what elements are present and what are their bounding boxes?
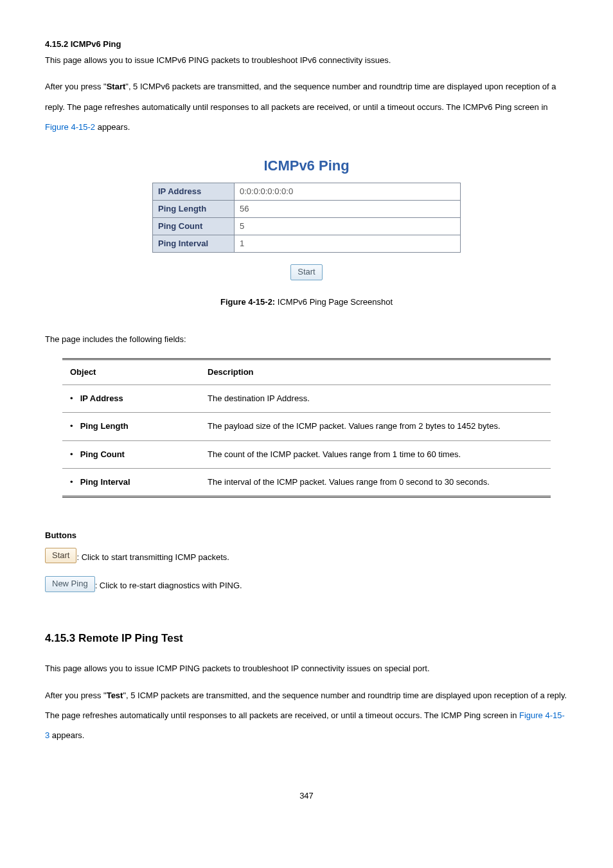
start-button-wrap: Start — [45, 264, 568, 280]
ping-count-label: Ping Count — [153, 218, 235, 235]
start-button-desc: : Click to start transmitting ICMP packe… — [76, 552, 229, 562]
intro-para-2-end: appears. — [95, 122, 130, 132]
obj-desc: The payload size of the ICMP packet. Val… — [200, 413, 551, 440]
ping-form-wrap: IP Address 0:0:0:0:0:0:0:0 Ping Length 5… — [45, 183, 568, 253]
start-word: Start — [107, 82, 126, 91]
bullet-icon: • — [70, 393, 78, 404]
intro-para-2-pre: After you press " — [45, 82, 107, 91]
obj-desc: The interval of the ICMP packet. Values … — [200, 468, 551, 496]
object-table: Object Description • IP Address The dest… — [62, 358, 551, 498]
bullet-icon: • — [70, 476, 78, 488]
fields-intro: The page includes the following fields: — [45, 334, 568, 345]
ping-length-value[interactable]: 56 — [235, 200, 461, 217]
figure-link-1[interactable]: Figure 4-15-2 — [45, 122, 95, 132]
obj-name: Ping Length — [80, 421, 129, 431]
ping-interval-label: Ping Interval — [153, 235, 235, 253]
sec2-para-2-end: appears. — [49, 730, 84, 740]
ping-length-label: Ping Length — [153, 200, 235, 217]
section-heading-1: 4.15.2 ICMPv6 Ping — [45, 39, 568, 50]
description-header: Description — [200, 359, 551, 385]
buttons-heading: Buttons — [45, 530, 568, 541]
sec2-para-2-pre: After you press " — [45, 691, 107, 700]
table-row: • Ping Count The count of the ICMP packe… — [62, 440, 551, 468]
sec2-para-2-post: ", 5 ICMP packets are transmitted, and t… — [45, 691, 567, 720]
obj-name: Ping Interval — [80, 477, 130, 487]
figure-caption-text: ICMPv6 Ping Page Screenshot — [275, 297, 393, 307]
table-row: • Ping Length The payload size of the IC… — [62, 413, 551, 440]
intro-para-2: After you press "Start", 5 ICMPv6 packet… — [45, 77, 568, 137]
ping-interval-value[interactable]: 1 — [235, 235, 461, 253]
obj-name: IP Address — [80, 393, 123, 403]
ping-form-table: IP Address 0:0:0:0:0:0:0:0 Ping Length 5… — [152, 183, 461, 253]
ip-address-value[interactable]: 0:0:0:0:0:0:0:0 — [235, 183, 461, 200]
test-word: Test — [107, 691, 123, 700]
bullet-icon: • — [70, 420, 78, 432]
sec2-para-2: After you press "Test", 5 ICMP packets a… — [45, 685, 568, 746]
ping-count-value[interactable]: 5 — [235, 218, 461, 235]
obj-desc: The count of the ICMP packet. Values ran… — [200, 440, 551, 468]
start-button-image[interactable]: Start — [45, 548, 76, 563]
table-row: • Ping Interval The interval of the ICMP… — [62, 468, 551, 496]
newping-button-row: New Ping: Click to re-start diagnostics … — [45, 576, 568, 592]
ip-address-label: IP Address — [153, 183, 235, 200]
start-button-row: Start: Click to start transmitting ICMP … — [45, 548, 568, 563]
start-button[interactable]: Start — [290, 264, 322, 280]
figure-caption-num: Figure 4-15-2: — [220, 297, 275, 307]
page-number: 347 — [45, 790, 568, 802]
object-header: Object — [62, 359, 200, 385]
obj-desc: The destination IP Address. — [200, 385, 551, 413]
figure-caption: Figure 4-15-2: ICMPv6 Ping Page Screensh… — [45, 296, 568, 308]
new-ping-button-desc: : Click to re-start diagnostics with PIN… — [95, 581, 242, 590]
sec2-para-1: This page allows you to issue ICMP PING … — [45, 658, 568, 678]
obj-name: Ping Count — [80, 449, 125, 459]
bullet-icon: • — [70, 449, 78, 460]
icmpv6-ping-title: ICMPv6 Ping — [45, 156, 568, 176]
new-ping-button-image[interactable]: New Ping — [45, 576, 95, 592]
section-heading-2: 4.15.3 Remote IP Ping Test — [45, 631, 568, 646]
table-row: • IP Address The destination IP Address. — [62, 385, 551, 413]
intro-para-1: This page allows you to issue ICMPv6 PIN… — [45, 50, 568, 70]
